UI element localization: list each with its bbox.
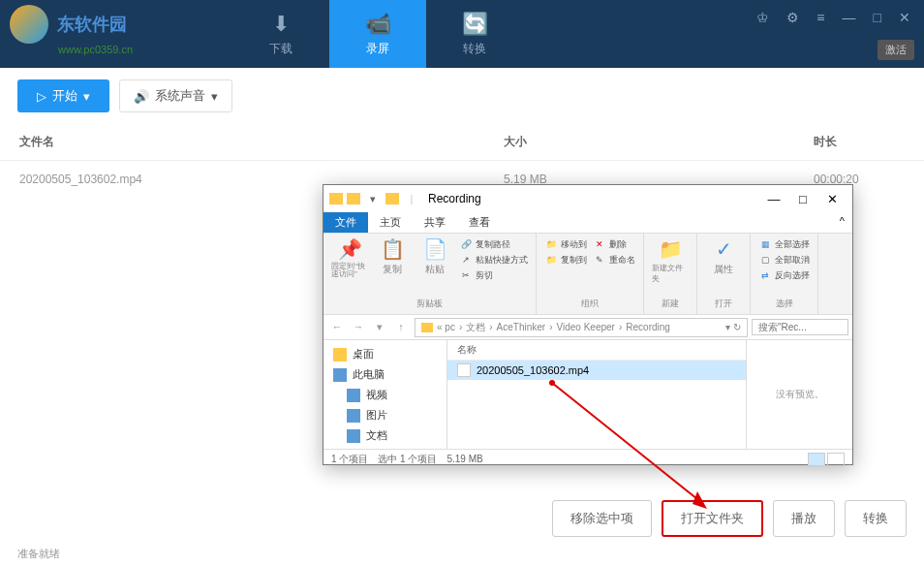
forward-icon[interactable]: → xyxy=(349,321,368,333)
pin-button[interactable]: 📌 固定到"快速访问" xyxy=(331,237,368,278)
sidebar-item-thispc[interactable]: 此电脑 xyxy=(323,364,447,385)
picture-icon xyxy=(347,409,360,423)
close-icon[interactable]: ✕ xyxy=(895,8,914,27)
tab-view[interactable]: 查看 xyxy=(457,212,502,233)
folder-icon xyxy=(333,348,347,362)
rename-button[interactable]: ✎重命名 xyxy=(593,253,635,267)
move-icon: 📁 xyxy=(544,237,558,251)
tab-share[interactable]: 共享 xyxy=(413,212,457,233)
remove-selected-button[interactable]: 移除选中项 xyxy=(552,500,652,537)
select-all-button[interactable]: ▦全部选择 xyxy=(758,237,810,251)
copy-icon: 📋 xyxy=(381,237,405,261)
sidebar-item-pictures[interactable]: 图片 xyxy=(323,405,447,425)
logo-url: www.pc0359.cn xyxy=(58,44,133,55)
tab-convert[interactable]: 🔄 转换 xyxy=(426,0,523,68)
sidebar-item-videos[interactable]: 视频 xyxy=(323,385,447,405)
move-to-button[interactable]: 📁移动到 xyxy=(544,237,587,251)
download-icon: ⬇ xyxy=(272,12,290,37)
path-icon: 🔗 xyxy=(459,237,473,251)
settings-icon[interactable]: ⚙ xyxy=(783,8,803,27)
chevron-down-icon: ▾ xyxy=(211,89,218,104)
view-icons-button[interactable] xyxy=(827,453,845,466)
select-none-button[interactable]: ▢全部取消 xyxy=(758,253,810,267)
close-icon[interactable]: ✕ xyxy=(817,187,847,210)
chevron-down-icon[interactable]: ▾ xyxy=(364,190,382,207)
logo-text: 东软件园 xyxy=(57,15,127,34)
folder-icon xyxy=(385,193,399,204)
tab-home[interactable]: 主页 xyxy=(368,212,413,233)
logo-icon xyxy=(10,5,48,44)
minimize-icon[interactable]: — xyxy=(759,187,788,210)
speaker-icon: 🔊 xyxy=(134,89,149,104)
file-icon xyxy=(457,363,471,377)
up-icon[interactable]: ↑ xyxy=(391,321,411,333)
convert-button[interactable]: 转换 xyxy=(845,500,907,537)
folder-icon xyxy=(347,193,360,204)
tab-file[interactable]: 文件 xyxy=(323,212,368,233)
history-icon[interactable]: ▾ xyxy=(370,321,389,333)
cut-button[interactable]: ✂剪切 xyxy=(459,268,528,282)
folder-icon xyxy=(421,323,433,332)
status-size: 5.19 MB xyxy=(447,454,482,464)
convert-icon: 🔄 xyxy=(462,12,488,37)
video-icon xyxy=(347,389,360,402)
select-none-icon: ▢ xyxy=(758,253,772,267)
status-selected: 选中 1 个项目 xyxy=(378,453,437,466)
file-item[interactable]: 20200505_103602.mp4 xyxy=(447,361,746,380)
play-button[interactable]: 播放 xyxy=(773,500,835,537)
chevron-down-icon: ▾ xyxy=(83,89,90,104)
status-items: 1 个项目 xyxy=(331,453,368,466)
audio-source-button[interactable]: 🔊 系统声音 ▾ xyxy=(119,79,232,112)
sidebar-item-desktop[interactable]: 桌面 xyxy=(323,344,447,364)
sidebar-item-documents[interactable]: 文档 xyxy=(323,425,447,446)
tab-download[interactable]: ⬇ 下载 xyxy=(232,0,329,68)
pc-icon xyxy=(333,368,347,382)
status-bar: 准备就绪 xyxy=(17,547,60,561)
copy-button[interactable]: 📋 复制 xyxy=(374,237,411,276)
column-name[interactable]: 名称 xyxy=(447,340,746,361)
maximize-icon[interactable]: □ xyxy=(870,8,885,27)
play-icon: ▷ xyxy=(37,89,46,104)
activate-button[interactable]: 激活 xyxy=(878,40,914,60)
properties-button[interactable]: ✓ 属性 xyxy=(705,237,742,276)
tab-record[interactable]: 📹 录屏 xyxy=(329,0,426,68)
invert-selection-button[interactable]: ⇄反向选择 xyxy=(758,268,810,282)
app-logo: 东软件园 www.pc0359.cn xyxy=(10,5,133,55)
copy-to-icon: 📁 xyxy=(544,253,558,267)
pin-icon: 📌 xyxy=(338,237,362,261)
open-folder-button[interactable]: 打开文件夹 xyxy=(662,500,763,537)
minimize-icon[interactable]: — xyxy=(839,8,860,27)
explorer-title: Recording xyxy=(428,192,759,205)
copy-path-button[interactable]: 🔗复制路径 xyxy=(459,237,528,251)
search-input[interactable] xyxy=(752,319,848,335)
paste-shortcut-button[interactable]: ↗粘贴快捷方式 xyxy=(459,253,528,267)
start-button[interactable]: ▷ 开始 ▾ xyxy=(17,79,109,112)
view-details-button[interactable] xyxy=(808,453,825,466)
folder-icon xyxy=(329,193,343,204)
column-duration[interactable]: 时长 xyxy=(814,134,905,150)
maximize-icon[interactable]: □ xyxy=(788,187,817,210)
menu-icon[interactable]: ≡ xyxy=(813,8,828,27)
column-size[interactable]: 大小 xyxy=(504,134,814,150)
rename-icon: ✎ xyxy=(593,253,606,267)
delete-button[interactable]: ✕删除 xyxy=(593,237,635,251)
new-folder-button[interactable]: 📁 新建文件夹 xyxy=(652,237,689,284)
invert-icon: ⇄ xyxy=(758,268,772,282)
cut-icon: ✂ xyxy=(459,268,473,282)
new-folder-icon: 📁 xyxy=(659,237,683,261)
properties-icon: ✓ xyxy=(716,237,732,261)
shortcut-icon: ↗ xyxy=(459,253,473,267)
back-icon[interactable]: ← xyxy=(327,321,347,333)
copy-to-button[interactable]: 📁复制到 xyxy=(544,253,587,267)
ribbon-toggle-icon[interactable]: ^ xyxy=(832,212,852,233)
address-bar[interactable]: « pc› 文档› AceThinker› Video Keeper› Reco… xyxy=(415,318,748,337)
explorer-window: ▾ | Recording — □ ✕ 文件 主页 共享 查看 ^ 📌 固定到"… xyxy=(323,184,853,465)
column-filename[interactable]: 文件名 xyxy=(19,134,504,150)
select-all-icon: ▦ xyxy=(758,237,772,251)
delete-icon: ✕ xyxy=(593,237,606,251)
preview-pane: 没有预览。 xyxy=(746,340,852,449)
user-icon[interactable]: ♔ xyxy=(753,8,773,27)
document-icon xyxy=(347,429,360,443)
paste-button[interactable]: 📄 粘贴 xyxy=(416,237,453,276)
paste-icon: 📄 xyxy=(423,237,447,261)
